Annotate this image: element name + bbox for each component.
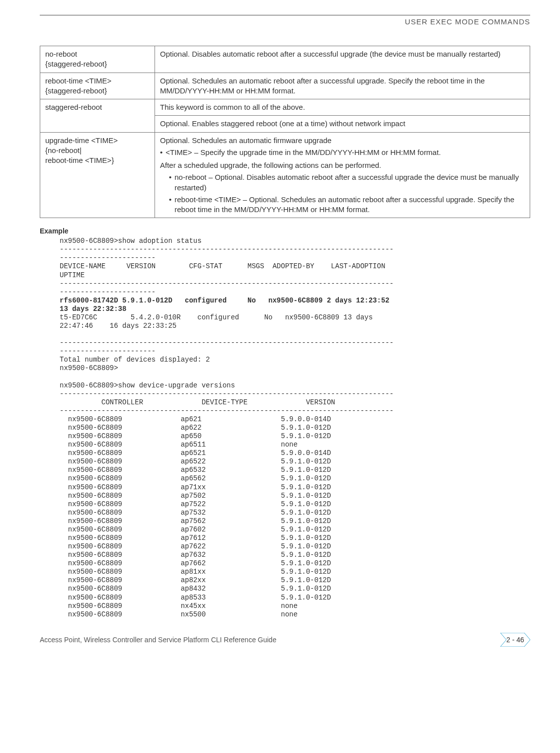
param-text: reboot-time <TIME>: [45, 76, 111, 85]
cli-line: rfs6000-81742D 5.9.1.0-012D configured N…: [60, 297, 390, 304]
cli-line: DEVICE-NAME VERSION CFG-STAT MSGS ADOPTE…: [60, 262, 385, 270]
bullet-text: reboot-time <TIME> – Optional. Schedules…: [174, 195, 525, 215]
table-row: reboot-time <TIME> {staggered-reboot} Op…: [40, 73, 530, 99]
param-text: upgrade-time <TIME>: [45, 136, 118, 145]
bullet-text: no-reboot – Optional. Disables automatic…: [174, 172, 525, 193]
cli-line: nx9500-6C8809>show device-upgrade versio…: [60, 381, 235, 389]
cli-line: nx9500-6C8809>: [60, 364, 118, 372]
cli-line: 13 days 22:32:38: [60, 305, 126, 313]
cli-line: ----------------------------------------…: [60, 280, 394, 288]
cli-line: 22:47:46 16 days 22:33:25: [60, 322, 176, 330]
table-row: upgrade-time <TIME> {no-reboot| reboot-t…: [40, 132, 530, 218]
desc-intro: After a scheduled upgrade, the following…: [160, 160, 525, 170]
desc-cell: Optional. Schedules an automatic reboot …: [155, 73, 530, 99]
cli-line: ----------------------------------------…: [60, 245, 394, 253]
desc-cell: Optional. Enables staggered reboot (one …: [155, 116, 530, 132]
desc-cell: Optional. Disables automatic reboot afte…: [155, 46, 530, 73]
cli-line: CONTROLLER DEVICE-TYPE VERSION: [60, 398, 335, 406]
param-cell: upgrade-time <TIME> {no-reboot| reboot-t…: [40, 132, 155, 218]
table-row: no-reboot {staggered-reboot} Optional. D…: [40, 46, 530, 73]
param-cell: reboot-time <TIME> {staggered-reboot}: [40, 73, 155, 99]
cli-line: ----------------------------------------…: [60, 339, 394, 347]
cli-output: nx9500-6C8809>show adoption status -----…: [60, 237, 530, 619]
header-rule: [40, 15, 530, 15]
table-row: staggered-reboot This keyword is common …: [40, 99, 530, 116]
desc-cell: This keyword is common to all of the abo…: [155, 99, 530, 116]
cli-line: nx9500-6C8809>show adoption status: [60, 237, 202, 245]
page-number-badge: 2 - 46: [500, 633, 530, 647]
param-text: {no-reboot|: [45, 146, 81, 154]
page-number: 2 - 46: [506, 636, 524, 644]
cli-line: -----------------------: [60, 347, 156, 355]
example-heading: Example: [40, 227, 530, 235]
desc-intro: Optional. Schedules an automatic firmwar…: [160, 136, 525, 146]
page-footer: Access Point, Wireless Controller and Se…: [0, 629, 560, 654]
desc-cell: Optional. Schedules an automatic firmwar…: [155, 132, 530, 218]
param-text: {staggered-reboot}: [45, 86, 107, 95]
cli-line: -----------------------: [60, 288, 156, 296]
bullet-icon: •: [169, 172, 171, 182]
param-text: {staggered-reboot}: [45, 60, 107, 68]
param-text: staggered-reboot: [45, 103, 102, 111]
param-cell: staggered-reboot: [40, 99, 155, 133]
cli-line: -----------------------: [60, 254, 156, 262]
bullet-icon: •: [169, 195, 171, 205]
cli-line: t5-ED7C6C 5.4.2.0-010R configured No nx9…: [60, 313, 373, 321]
param-text: reboot-time <TIME>}: [45, 156, 114, 164]
footer-text: Access Point, Wireless Controller and Se…: [40, 636, 276, 644]
cli-line: Total number of devices displayed: 2: [60, 356, 210, 364]
param-cell: no-reboot {staggered-reboot}: [40, 46, 155, 73]
cli-line: ----------------------------------------…: [60, 390, 394, 398]
cli-line: UPTIME: [60, 271, 84, 279]
bullet-icon: •: [160, 148, 162, 157]
param-text: no-reboot: [45, 50, 77, 58]
bullet-text: <TIME> – Specify the upgrade time in the…: [165, 148, 441, 157]
cli-rows-block: nx9500-6C8809 ap621 5.9.0.0-014D nx9500-…: [60, 415, 331, 618]
cli-line: ----------------------------------------…: [60, 407, 394, 415]
parameter-table: no-reboot {staggered-reboot} Optional. D…: [40, 46, 530, 218]
page-header: USER EXEC MODE COMMANDS: [40, 17, 530, 26]
